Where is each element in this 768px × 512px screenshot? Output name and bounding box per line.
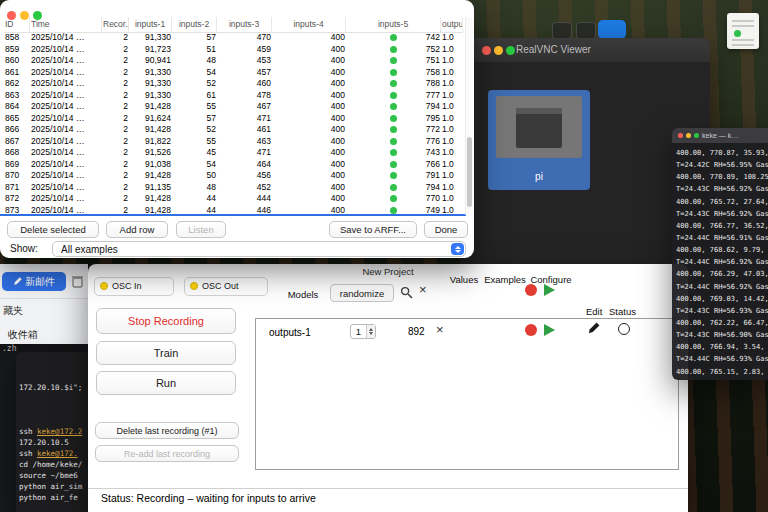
search-icon[interactable] bbox=[400, 286, 413, 299]
edit-pencil-icon[interactable] bbox=[587, 321, 601, 335]
cell: 2 bbox=[102, 67, 129, 79]
example-row[interactable]: 8712025/10/14 …291,135484524007941.0 bbox=[4, 182, 463, 194]
show-filter-dropdown[interactable]: All examples bbox=[52, 241, 466, 257]
listen-button[interactable]: Listen bbox=[176, 221, 226, 238]
column-header[interactable]: inputs-1 bbox=[129, 17, 172, 32]
save-to-arff-button[interactable]: Save to ARFF... bbox=[329, 221, 417, 238]
column-header[interactable]: inputs-5 bbox=[346, 17, 441, 32]
vnc-connection-tile[interactable]: pi bbox=[488, 90, 590, 190]
column-header[interactable]: ID bbox=[4, 17, 30, 32]
recording-status-dot-icon bbox=[390, 172, 397, 179]
cell: 444 bbox=[217, 193, 272, 205]
delete-selected-button[interactable]: Delete selected bbox=[7, 221, 99, 238]
vertical-scrollbar[interactable] bbox=[465, 17, 473, 216]
thumbnail-window bbox=[516, 108, 562, 148]
cell: 91,330 bbox=[129, 78, 172, 90]
example-count: 892 bbox=[408, 326, 425, 337]
recording-status-dot-icon bbox=[390, 115, 397, 122]
example-row[interactable]: 8642025/10/14 …291,428554674007941.0 bbox=[4, 101, 463, 113]
cell: 2 bbox=[102, 159, 129, 171]
cell: 861 bbox=[4, 67, 30, 79]
column-header[interactable]: outputs-1 bbox=[441, 17, 463, 32]
stop-recording-button[interactable]: Stop Recording bbox=[96, 308, 236, 334]
clear-all-icon[interactable]: × bbox=[419, 283, 427, 296]
run-model-icon[interactable] bbox=[544, 324, 555, 336]
cell: 2025/10/14 … bbox=[30, 78, 102, 90]
terminal-line: T=24.44C RH=56.93% Gas= bbox=[676, 353, 768, 365]
example-row[interactable]: 8592025/10/14 …291,723514594007521.0 bbox=[4, 44, 463, 56]
record-model-icon[interactable] bbox=[525, 324, 537, 336]
example-row[interactable]: 8682025/10/14 …291,526454714007431.0 bbox=[4, 147, 463, 159]
cell: 50 bbox=[172, 170, 217, 182]
record-all-icon[interactable] bbox=[525, 284, 537, 296]
example-row[interactable]: 8612025/10/14 …291,330544574007581.0 bbox=[4, 67, 463, 79]
compose-button[interactable]: 新邮件 bbox=[2, 272, 66, 291]
train-button[interactable]: Train bbox=[96, 341, 236, 365]
cell: 2 bbox=[102, 170, 129, 182]
column-header[interactable]: Recor... bbox=[102, 17, 129, 32]
cell: 1.0 bbox=[441, 159, 463, 171]
example-row[interactable]: 8692025/10/14 …291,038544644007661.0 bbox=[4, 159, 463, 171]
cell: 55 bbox=[172, 101, 217, 113]
column-header[interactable]: Time bbox=[30, 17, 102, 32]
cell: 1.0 bbox=[441, 55, 463, 67]
example-row[interactable]: 8722025/10/14 …291,428444444007701.0 bbox=[4, 193, 463, 205]
cell: 2025/10/14 … bbox=[30, 44, 102, 56]
done-button[interactable]: Done bbox=[424, 221, 468, 238]
recording-status-dot-icon bbox=[390, 34, 397, 41]
example-row[interactable]: 8662025/10/14 …291,428524614007721.0 bbox=[4, 124, 463, 136]
stepper-arrows-icon[interactable] bbox=[366, 325, 375, 338]
menubar-extra-icon[interactable] bbox=[576, 22, 596, 39]
cell: 91,330 bbox=[129, 32, 172, 44]
run-all-icon[interactable] bbox=[544, 284, 555, 296]
example-row[interactable]: 8672025/10/14 …291,822554634007761.0 bbox=[4, 136, 463, 148]
ssh-link[interactable]: keke@172. bbox=[37, 449, 78, 458]
cell: 870 bbox=[4, 170, 30, 182]
cell: 2 bbox=[102, 101, 129, 113]
menubar-extra-icon[interactable] bbox=[552, 22, 572, 39]
cell: 1.0 bbox=[441, 193, 463, 205]
cell: 470 bbox=[217, 32, 272, 44]
randomize-button[interactable]: randomize bbox=[330, 284, 394, 302]
cell: 743 bbox=[346, 147, 441, 159]
cell: 868 bbox=[4, 147, 30, 159]
cell: 91,330 bbox=[129, 67, 172, 79]
terminal-output: 400.00, 770.87, 35.93,T=24.42C RH=56.95%… bbox=[676, 147, 768, 378]
terminal-line bbox=[19, 404, 90, 415]
column-header[interactable]: inputs-2 bbox=[172, 17, 217, 32]
sidebar-item-favorites[interactable]: 藏夹 bbox=[3, 304, 23, 318]
document-icon[interactable] bbox=[727, 13, 759, 49]
close-icon[interactable] bbox=[482, 46, 491, 55]
column-header[interactable]: inputs-3 bbox=[217, 17, 272, 32]
cell: 2 bbox=[102, 78, 129, 90]
run-button[interactable]: Run bbox=[96, 371, 236, 395]
model-value-stepper[interactable]: 1 bbox=[350, 324, 376, 339]
example-row[interactable]: 8602025/10/14 …290,941484534007511.0 bbox=[4, 55, 463, 67]
close-icon[interactable] bbox=[678, 133, 683, 138]
vnc-titlebar: RealVNC Viewer bbox=[460, 38, 710, 62]
minimize-icon[interactable] bbox=[686, 133, 691, 138]
zoom-icon[interactable] bbox=[694, 133, 699, 138]
ssh-link[interactable]: keke@172.2 bbox=[37, 427, 82, 436]
scrollbar-thumb[interactable] bbox=[467, 137, 472, 207]
example-row[interactable]: 8622025/10/14 …291,330524604007881.0 bbox=[4, 78, 463, 90]
minimize-icon[interactable] bbox=[494, 46, 503, 55]
trash-icon[interactable] bbox=[71, 274, 84, 288]
app-icon[interactable] bbox=[598, 20, 626, 39]
clear-examples-icon[interactable]: × bbox=[436, 323, 444, 336]
terminal-line: cd /home/keke/ bbox=[19, 459, 90, 470]
sidebar-item-inbox[interactable]: 收件箱 bbox=[8, 328, 38, 342]
cell: 400 bbox=[272, 101, 346, 113]
example-row[interactable]: 8582025/10/14 …291,330574704007421.0 bbox=[4, 32, 463, 44]
example-row[interactable]: 8652025/10/14 …291,624574714007951.0 bbox=[4, 113, 463, 125]
column-header[interactable]: inputs-4 bbox=[272, 17, 346, 32]
cell: 467 bbox=[217, 101, 272, 113]
example-row[interactable]: 8632025/10/14 …291,330614784007771.0 bbox=[4, 90, 463, 102]
cell: 1.0 bbox=[441, 78, 463, 90]
readd-last-recording-button[interactable]: Re-add last recording bbox=[95, 445, 239, 462]
add-row-button[interactable]: Add row bbox=[106, 221, 168, 238]
example-row[interactable]: 8702025/10/14 …291,428504564007911.0 bbox=[4, 170, 463, 182]
cell: 91,822 bbox=[129, 136, 172, 148]
delete-last-recording-button[interactable]: Delete last recording (#1) bbox=[95, 422, 239, 439]
zoom-icon[interactable] bbox=[506, 46, 515, 55]
